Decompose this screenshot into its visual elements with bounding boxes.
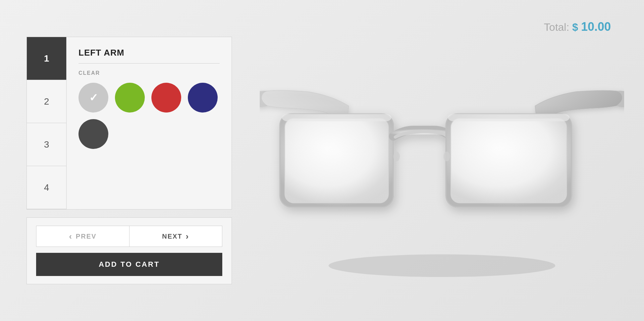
next-button[interactable]: NEXT xyxy=(130,226,223,247)
prev-label: PREV xyxy=(76,233,96,240)
total-label: Total: xyxy=(544,21,569,33)
color-options xyxy=(79,83,220,149)
dollar-sign: $ xyxy=(572,21,578,33)
page-wrapper: Total: $ 10.00 1 2 3 4 xyxy=(0,0,644,321)
step-sidebar: 1 2 3 4 xyxy=(27,37,67,209)
prev-button[interactable]: PREV xyxy=(36,226,130,247)
svg-point-6 xyxy=(393,152,400,161)
step-1[interactable]: 1 xyxy=(27,37,66,80)
total-amount: 10.00 xyxy=(581,20,611,33)
add-to-cart-label: ADD TO CART xyxy=(99,260,160,268)
glasses-preview xyxy=(260,35,624,286)
total-price-display: Total: $ 10.00 xyxy=(544,20,611,34)
chevron-left-icon xyxy=(69,231,73,242)
step-3[interactable]: 3 xyxy=(27,123,66,166)
color-swatch-clear[interactable] xyxy=(79,83,108,113)
svg-rect-1 xyxy=(285,118,389,203)
svg-point-8 xyxy=(329,254,555,277)
step-content: LEFT ARM CLEAR xyxy=(67,37,232,209)
color-swatch-dark[interactable] xyxy=(79,119,108,149)
color-swatch-green[interactable] xyxy=(115,83,145,113)
color-swatch-red[interactable] xyxy=(151,83,181,113)
clear-label: CLEAR xyxy=(79,70,220,76)
add-to-cart-button[interactable]: ADD TO CART xyxy=(36,253,222,276)
glasses-svg xyxy=(260,35,624,286)
step-2[interactable]: 2 xyxy=(27,80,66,123)
left-panel: 1 2 3 4 LEFT ARM CLEAR xyxy=(27,37,232,284)
divider xyxy=(79,63,220,64)
step-4[interactable]: 4 xyxy=(27,166,66,209)
svg-rect-3 xyxy=(451,118,567,203)
chevron-right-icon xyxy=(186,231,189,242)
svg-point-7 xyxy=(444,152,450,161)
svg-rect-4 xyxy=(282,114,391,121)
configurator-box: 1 2 3 4 LEFT ARM CLEAR xyxy=(27,37,232,209)
color-swatch-navy[interactable] xyxy=(188,83,218,113)
svg-rect-5 xyxy=(448,114,569,121)
next-label: NEXT xyxy=(162,233,182,240)
navigation-box: PREV NEXT ADD TO CART xyxy=(27,217,232,284)
nav-buttons: PREV NEXT xyxy=(36,226,222,247)
step-title: LEFT ARM xyxy=(79,48,220,58)
